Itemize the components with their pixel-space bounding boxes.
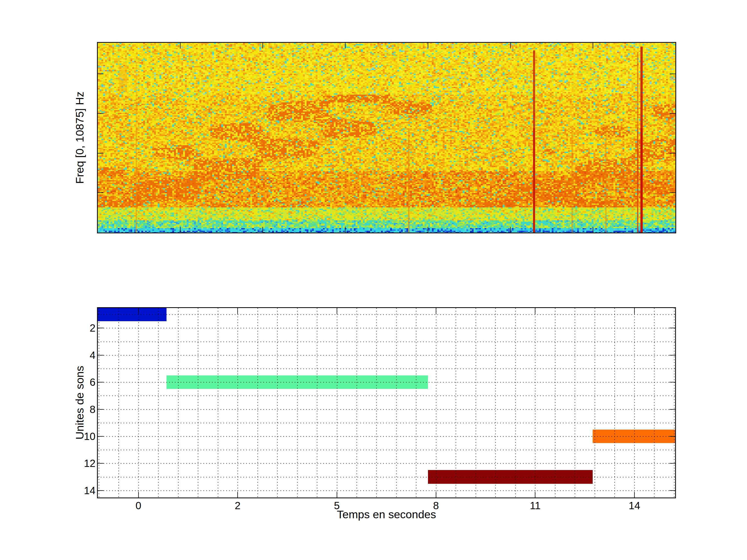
timeline-panel [97,307,676,498]
spectrogram-x-tick [345,43,345,49]
spectrogram-x-tick [510,43,511,49]
timeline-y-tick-label: 8 [0,404,96,415]
timeline-x-tick [237,492,238,498]
spectrogram-y-tick [98,192,103,193]
timeline-y-tick [669,355,675,355]
timeline-y-tick [98,409,103,410]
timeline-x-tick [535,492,535,498]
timeline-x-tick-label: 11 [530,500,541,511]
timeline-y-tick [669,409,675,410]
spectrogram-x-tick [428,43,428,49]
timeline-y-tick [98,328,103,328]
timeline-y-tick [669,382,675,382]
timeline-x-tick [337,308,337,314]
timeline-x-tick [237,308,238,314]
timeline-y-tick [669,328,675,328]
timeline-x-tick-label: 2 [235,500,240,511]
spectrogram-x-tick [262,227,263,233]
timeline-y-tick [669,463,675,463]
timeline-y-tick [669,436,675,436]
spectrogram-x-tick [180,227,181,233]
spectrogram-y-tick [670,113,675,114]
timeline-x-tick [138,492,139,498]
timeline-x-tick [337,492,337,498]
timeline-y-tick-label: 6 [0,376,96,388]
spectrogram-x-tick [593,43,593,49]
spectrogram-canvas [98,43,675,233]
spectrogram-y-tick [670,74,675,74]
timeline-x-tick [138,308,139,314]
timeline-x-tick [436,308,436,314]
timeline-grid-canvas [98,308,675,498]
timeline-y-tick-label: 12 [0,458,96,469]
timeline-x-tick [436,492,436,498]
spectrogram-x-tick [510,227,511,233]
timeline-x-axis-label: Temps en secondes [337,508,436,521]
spectrogram-x-tick [180,43,181,49]
spectrogram-y-tick [98,153,103,154]
timeline-x-tick-label: 5 [334,500,339,511]
spectrogram-panel [97,42,676,233]
timeline-y-tick [98,382,103,382]
timeline-x-tick-label: 14 [629,500,640,511]
spectrogram-x-tick [593,227,593,233]
spectrogram-y-tick [670,153,675,154]
timeline-y-tick-label: 14 [0,485,96,496]
timeline-x-tick [634,308,635,314]
timeline-x-tick-label: 8 [433,500,439,511]
spectrogram-y-tick [670,192,675,193]
figure: Freq [0, 10875] Hz Unites de sons Temps … [0,0,747,560]
timeline-y-tick [98,490,103,491]
timeline-x-tick [535,308,535,314]
timeline-y-tick [98,436,103,436]
spectrogram-y-tick [98,74,103,74]
spectrogram-x-tick [428,227,428,233]
timeline-y-tick [98,355,103,355]
timeline-y-tick [98,463,103,463]
spectrogram-x-tick [345,227,345,233]
spectrogram-x-tick [262,43,263,49]
timeline-y-tick [669,490,675,491]
spectrogram-y-axis-label: Freq [0, 10875] Hz [73,91,86,184]
spectrogram-y-tick [98,113,103,114]
timeline-y-tick-label: 4 [0,349,96,361]
timeline-x-tick-label: 0 [135,500,141,511]
timeline-y-tick-label: 2 [0,322,96,334]
timeline-x-tick [634,492,635,498]
timeline-y-tick-label: 10 [0,431,96,442]
